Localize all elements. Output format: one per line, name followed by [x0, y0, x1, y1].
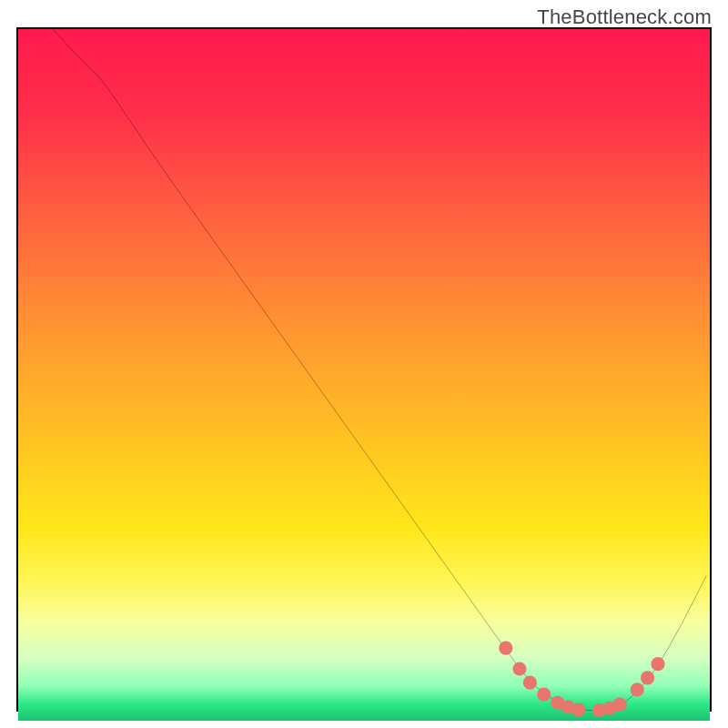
watermark-text: TheBottleneck.com [537, 5, 712, 29]
background-gradient [18, 29, 710, 721]
svg-rect-0 [18, 29, 710, 721]
plot-frame [16, 27, 712, 712]
plot-inner [18, 29, 710, 710]
